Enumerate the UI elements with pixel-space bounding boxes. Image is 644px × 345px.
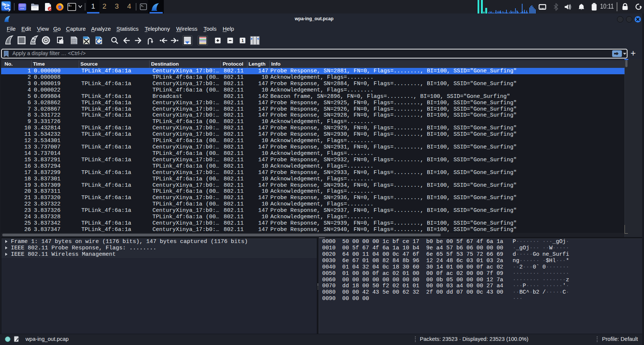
svg-text:1: 1 [241, 38, 244, 43]
svg-text:0111: 0111 [72, 42, 76, 45]
svg-text:$: $ [69, 4, 70, 7]
